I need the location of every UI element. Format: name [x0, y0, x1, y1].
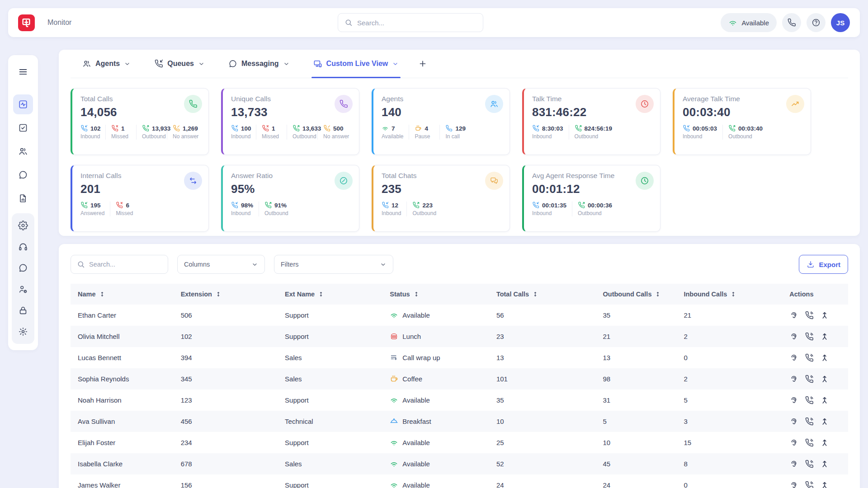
cell-ext-name: Sales: [281, 368, 386, 389]
chevron-down-icon: [251, 261, 258, 268]
sidebar-item-tasks[interactable]: [13, 118, 33, 138]
call-action-button[interactable]: [805, 481, 814, 488]
sort-icon[interactable]: [532, 291, 538, 297]
call-action-button[interactable]: [805, 353, 814, 362]
card-stat: 98%Inbound: [231, 202, 259, 216]
call-action-button[interactable]: [805, 311, 814, 320]
table-search-input[interactable]: [89, 261, 162, 268]
call-action-button[interactable]: [805, 460, 814, 469]
phone-off-icon: [173, 125, 180, 132]
sort-icon[interactable]: [655, 291, 661, 297]
listen-action-button[interactable]: [789, 417, 798, 426]
filters-dropdown[interactable]: Filters: [274, 255, 393, 274]
table-row: Elijah Foster234SupportAvailable251015: [71, 432, 848, 453]
cell-status: Available: [386, 474, 493, 488]
sidebar-item-monitor[interactable]: [13, 94, 33, 114]
column-ext-name[interactable]: Ext Name: [281, 284, 386, 305]
cell-actions: [786, 453, 848, 474]
sidebar-item-reports[interactable]: [13, 188, 33, 208]
columns-dropdown[interactable]: Columns: [177, 255, 265, 274]
clock-icon: [636, 95, 654, 113]
availability-status[interactable]: Available: [721, 13, 777, 32]
phone-incoming-icon: [382, 202, 389, 209]
sort-icon[interactable]: [215, 291, 222, 297]
sidebar-item-security[interactable]: [13, 300, 33, 320]
column-total-calls[interactable]: Total Calls: [493, 284, 599, 305]
sidebar-item-messages[interactable]: [13, 258, 33, 278]
tab-messaging[interactable]: Messaging: [217, 50, 302, 78]
column-label: Outbound Calls: [603, 291, 652, 298]
sort-icon[interactable]: [318, 291, 324, 297]
sidebar-item-chat[interactable]: [13, 165, 33, 185]
card-value: 13,733: [231, 105, 271, 119]
wifi-status-icon: [390, 438, 398, 447]
takeover-action-button[interactable]: [820, 375, 829, 384]
takeover-action-button[interactable]: [820, 417, 829, 426]
tabs: AgentsQueuesMessagingCustom Live View: [71, 50, 848, 78]
stat-value: 00:03:40: [738, 125, 763, 132]
column-status[interactable]: Status: [386, 284, 493, 305]
listen-action-button[interactable]: [789, 481, 798, 488]
tab-custom-live-view[interactable]: Custom Live View: [302, 50, 411, 78]
takeover-action-button[interactable]: [820, 353, 829, 362]
avatar[interactable]: JS: [831, 13, 850, 32]
percent-icon: [335, 172, 353, 190]
sidebar-item-user-settings[interactable]: [13, 279, 33, 299]
table-search[interactable]: [71, 255, 168, 274]
listen-action-button[interactable]: [789, 375, 798, 384]
stat-label: Pause: [415, 133, 434, 140]
sidebar-item-support[interactable]: [13, 237, 33, 257]
takeover-action-button[interactable]: [820, 460, 829, 469]
cell-ext-name: Sales: [281, 453, 386, 474]
cell-outbound-calls: 21: [599, 326, 680, 347]
plus-icon: [418, 59, 427, 68]
call-action-button[interactable]: [805, 375, 814, 384]
column-outbound-calls[interactable]: Outbound Calls: [599, 284, 680, 305]
phone-button[interactable]: [782, 13, 801, 32]
trend-icon: [786, 95, 804, 113]
global-search[interactable]: [338, 13, 483, 32]
global-search-input[interactable]: [357, 19, 476, 27]
column-name[interactable]: Name: [71, 284, 177, 305]
help-button[interactable]: [807, 13, 826, 32]
takeover-action-button[interactable]: [820, 332, 829, 341]
sort-icon[interactable]: [99, 291, 105, 297]
cell-extension: 456: [177, 411, 281, 432]
sidebar-item-settings[interactable]: [13, 216, 33, 235]
listen-action-button[interactable]: [789, 438, 798, 447]
sidebar-item-contacts[interactable]: [13, 141, 33, 161]
column-extension[interactable]: Extension: [177, 284, 281, 305]
phone-missed-icon: [111, 125, 118, 132]
tab-agents[interactable]: Agents: [71, 50, 142, 78]
listen-action-button[interactable]: [789, 311, 798, 320]
cell-ext-name: Support: [281, 474, 386, 488]
stat-label: Answered: [80, 210, 104, 216]
sort-icon[interactable]: [413, 291, 420, 297]
cell-total-calls: 101: [493, 368, 599, 389]
sidebar-item-system[interactable]: [13, 322, 33, 342]
listen-action-button[interactable]: [789, 396, 798, 405]
sidebar-item-menu-toggle[interactable]: [13, 62, 33, 82]
card-stat: 7Available: [382, 125, 409, 140]
takeover-action-button[interactable]: [820, 311, 829, 320]
takeover-action-button[interactable]: [820, 396, 829, 405]
tab-queues[interactable]: Queues: [142, 50, 217, 78]
phone-incoming-icon: [532, 125, 539, 132]
brand-logo-icon[interactable]: [18, 14, 35, 31]
call-action-button[interactable]: [805, 438, 814, 447]
takeover-action-button[interactable]: [820, 481, 829, 488]
stat-label: Missed: [116, 210, 136, 216]
listen-action-button[interactable]: [789, 332, 798, 341]
listen-action-button[interactable]: [789, 460, 798, 469]
column-inbound-calls[interactable]: Inbound Calls: [680, 284, 786, 305]
add-view-button[interactable]: [414, 55, 431, 72]
card-value: 831:46:22: [532, 105, 586, 119]
call-action-button[interactable]: [805, 396, 814, 405]
call-action-button[interactable]: [805, 332, 814, 341]
listen-action-button[interactable]: [789, 353, 798, 362]
call-action-button[interactable]: [805, 417, 814, 426]
status-label: Available: [402, 481, 430, 488]
export-button[interactable]: Export: [799, 255, 848, 274]
takeover-action-button[interactable]: [820, 438, 829, 447]
sort-icon[interactable]: [730, 291, 736, 297]
